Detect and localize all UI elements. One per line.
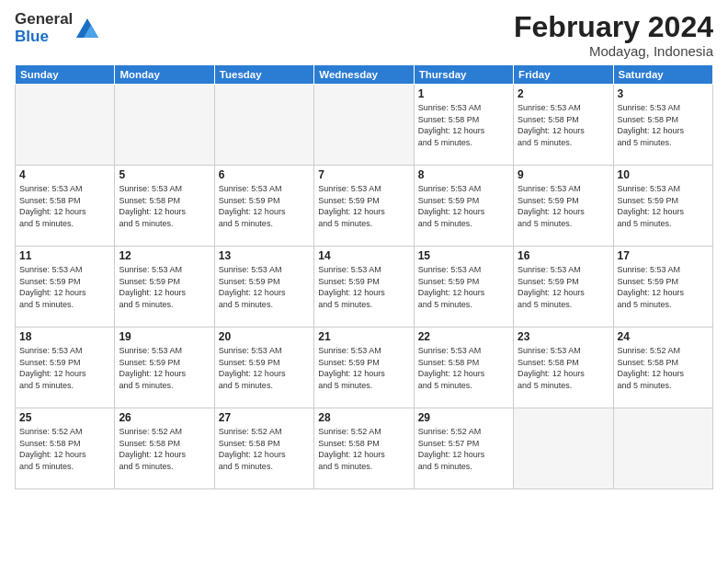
calendar-header-wednesday: Wednesday — [314, 65, 414, 85]
day-number: 23 — [518, 330, 609, 343]
day-info: Sunrise: 5:53 AM Sunset: 5:59 PM Dayligh… — [518, 183, 609, 229]
day-info: Sunrise: 5:52 AM Sunset: 5:58 PM Dayligh… — [618, 345, 709, 391]
day-number: 8 — [418, 168, 509, 181]
calendar-header-sunday: Sunday — [16, 65, 115, 85]
calendar-cell: 21Sunrise: 5:53 AM Sunset: 5:59 PM Dayli… — [314, 327, 414, 408]
day-number: 28 — [318, 411, 409, 424]
title-block: February 2024 Modayag, Indonesia — [514, 11, 713, 59]
calendar-cell: 6Sunrise: 5:53 AM Sunset: 5:59 PM Daylig… — [214, 166, 313, 247]
day-info: Sunrise: 5:53 AM Sunset: 5:59 PM Dayligh… — [219, 345, 310, 391]
calendar-header-saturday: Saturday — [613, 65, 712, 85]
calendar-cell: 5Sunrise: 5:53 AM Sunset: 5:58 PM Daylig… — [115, 166, 214, 247]
day-number: 25 — [19, 411, 110, 424]
day-info: Sunrise: 5:53 AM Sunset: 5:59 PM Dayligh… — [219, 183, 310, 229]
day-number: 10 — [618, 168, 709, 181]
day-number: 5 — [119, 168, 210, 181]
day-number: 11 — [19, 249, 110, 262]
calendar-cell — [16, 85, 115, 166]
day-number: 27 — [219, 411, 310, 424]
calendar-cell: 27Sunrise: 5:52 AM Sunset: 5:58 PM Dayli… — [214, 408, 313, 489]
calendar-cell: 9Sunrise: 5:53 AM Sunset: 5:59 PM Daylig… — [514, 166, 613, 247]
calendar-header-monday: Monday — [115, 65, 214, 85]
calendar-cell: 24Sunrise: 5:52 AM Sunset: 5:58 PM Dayli… — [613, 327, 712, 408]
calendar-header-tuesday: Tuesday — [214, 65, 313, 85]
day-number: 2 — [518, 87, 609, 100]
calendar-cell: 17Sunrise: 5:53 AM Sunset: 5:59 PM Dayli… — [613, 247, 712, 327]
day-info: Sunrise: 5:53 AM Sunset: 5:59 PM Dayligh… — [119, 264, 210, 310]
day-number: 18 — [19, 330, 110, 343]
calendar-cell: 2Sunrise: 5:53 AM Sunset: 5:58 PM Daylig… — [514, 85, 613, 166]
calendar-cell: 10Sunrise: 5:53 AM Sunset: 5:59 PM Dayli… — [613, 166, 712, 247]
calendar-cell: 4Sunrise: 5:53 AM Sunset: 5:58 PM Daylig… — [16, 166, 115, 247]
day-info: Sunrise: 5:53 AM Sunset: 5:59 PM Dayligh… — [318, 264, 409, 310]
calendar-cell: 20Sunrise: 5:53 AM Sunset: 5:59 PM Dayli… — [214, 327, 313, 408]
calendar-cell — [214, 85, 313, 166]
calendar-cell — [514, 408, 613, 489]
day-number: 24 — [618, 330, 709, 343]
calendar-cell: 19Sunrise: 5:53 AM Sunset: 5:59 PM Dayli… — [115, 327, 214, 408]
calendar-cell: 28Sunrise: 5:52 AM Sunset: 5:58 PM Dayli… — [314, 408, 414, 489]
day-number: 15 — [418, 249, 509, 262]
day-info: Sunrise: 5:53 AM Sunset: 5:59 PM Dayligh… — [119, 345, 210, 391]
logo-general: General — [15, 10, 73, 28]
calendar-header-thursday: Thursday — [414, 65, 513, 85]
page: General Blue February 2024 Modayag, Indo… — [0, 0, 728, 563]
day-number: 3 — [618, 87, 709, 100]
calendar-cell: 11Sunrise: 5:53 AM Sunset: 5:59 PM Dayli… — [16, 247, 115, 327]
location: Modayag, Indonesia — [514, 43, 713, 59]
day-info: Sunrise: 5:53 AM Sunset: 5:59 PM Dayligh… — [219, 264, 310, 310]
calendar-header-row: SundayMondayTuesdayWednesdayThursdayFrid… — [16, 65, 713, 85]
logo-icon — [74, 16, 100, 41]
day-number: 1 — [418, 87, 509, 100]
calendar-table: SundayMondayTuesdayWednesdayThursdayFrid… — [15, 64, 713, 489]
day-info: Sunrise: 5:52 AM Sunset: 5:58 PM Dayligh… — [318, 426, 409, 472]
calendar-cell: 14Sunrise: 5:53 AM Sunset: 5:59 PM Dayli… — [314, 247, 414, 327]
calendar-cell: 12Sunrise: 5:53 AM Sunset: 5:59 PM Dayli… — [115, 247, 214, 327]
day-info: Sunrise: 5:53 AM Sunset: 5:59 PM Dayligh… — [618, 183, 709, 229]
calendar-cell: 1Sunrise: 5:53 AM Sunset: 5:58 PM Daylig… — [414, 85, 513, 166]
calendar-cell — [314, 85, 414, 166]
day-info: Sunrise: 5:52 AM Sunset: 5:58 PM Dayligh… — [219, 426, 310, 472]
calendar-cell: 3Sunrise: 5:53 AM Sunset: 5:58 PM Daylig… — [613, 85, 712, 166]
calendar-cell — [613, 408, 712, 489]
day-number: 12 — [119, 249, 210, 262]
calendar-week-1: 4Sunrise: 5:53 AM Sunset: 5:58 PM Daylig… — [16, 166, 713, 247]
day-info: Sunrise: 5:53 AM Sunset: 5:59 PM Dayligh… — [19, 345, 110, 391]
day-number: 14 — [318, 249, 409, 262]
day-number: 22 — [418, 330, 509, 343]
calendar-week-2: 11Sunrise: 5:53 AM Sunset: 5:59 PM Dayli… — [16, 247, 713, 327]
logo-text: General Blue — [15, 11, 100, 45]
calendar-week-4: 25Sunrise: 5:52 AM Sunset: 5:58 PM Dayli… — [16, 408, 713, 489]
day-info: Sunrise: 5:53 AM Sunset: 5:58 PM Dayligh… — [418, 345, 509, 391]
logo: General Blue — [15, 11, 100, 45]
calendar-cell: 13Sunrise: 5:53 AM Sunset: 5:59 PM Dayli… — [214, 247, 313, 327]
day-number: 21 — [318, 330, 409, 343]
calendar-cell: 25Sunrise: 5:52 AM Sunset: 5:58 PM Dayli… — [16, 408, 115, 489]
day-number: 20 — [219, 330, 310, 343]
calendar-cell: 18Sunrise: 5:53 AM Sunset: 5:59 PM Dayli… — [16, 327, 115, 408]
calendar-cell: 8Sunrise: 5:53 AM Sunset: 5:59 PM Daylig… — [414, 166, 513, 247]
day-number: 4 — [19, 168, 110, 181]
day-info: Sunrise: 5:53 AM Sunset: 5:59 PM Dayligh… — [318, 183, 409, 229]
day-number: 26 — [119, 411, 210, 424]
day-info: Sunrise: 5:53 AM Sunset: 5:58 PM Dayligh… — [418, 102, 509, 148]
day-number: 19 — [119, 330, 210, 343]
logo-blue: Blue — [15, 28, 49, 45]
day-info: Sunrise: 5:53 AM Sunset: 5:59 PM Dayligh… — [518, 264, 609, 310]
day-info: Sunrise: 5:52 AM Sunset: 5:58 PM Dayligh… — [19, 426, 110, 472]
calendar-cell: 23Sunrise: 5:53 AM Sunset: 5:58 PM Dayli… — [514, 327, 613, 408]
calendar-cell: 7Sunrise: 5:53 AM Sunset: 5:59 PM Daylig… — [314, 166, 414, 247]
month-title: February 2024 — [514, 11, 713, 43]
day-number: 29 — [418, 411, 509, 424]
day-info: Sunrise: 5:53 AM Sunset: 5:58 PM Dayligh… — [518, 345, 609, 391]
day-info: Sunrise: 5:53 AM Sunset: 5:58 PM Dayligh… — [119, 183, 210, 229]
calendar-cell — [115, 85, 214, 166]
day-info: Sunrise: 5:53 AM Sunset: 5:59 PM Dayligh… — [318, 345, 409, 391]
calendar-week-0: 1Sunrise: 5:53 AM Sunset: 5:58 PM Daylig… — [16, 85, 713, 166]
day-info: Sunrise: 5:53 AM Sunset: 5:59 PM Dayligh… — [418, 183, 509, 229]
day-number: 16 — [518, 249, 609, 262]
day-info: Sunrise: 5:53 AM Sunset: 5:58 PM Dayligh… — [618, 102, 709, 148]
calendar-cell: 26Sunrise: 5:52 AM Sunset: 5:58 PM Dayli… — [115, 408, 214, 489]
day-info: Sunrise: 5:53 AM Sunset: 5:58 PM Dayligh… — [19, 183, 110, 229]
day-info: Sunrise: 5:53 AM Sunset: 5:59 PM Dayligh… — [418, 264, 509, 310]
